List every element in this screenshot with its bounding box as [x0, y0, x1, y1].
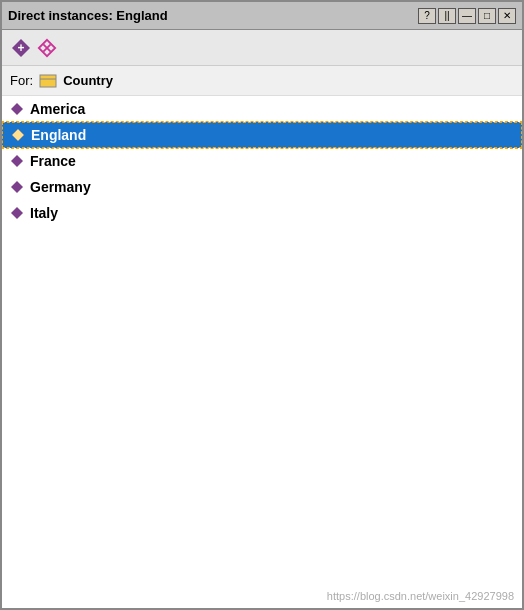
- for-bar: For: Country: [2, 66, 522, 96]
- svg-marker-7: [11, 103, 23, 115]
- instance-diamond-icon: [10, 180, 24, 194]
- delete-instance-button[interactable]: [36, 37, 58, 59]
- svg-marker-8: [12, 129, 24, 141]
- list-item[interactable]: England: [2, 122, 522, 148]
- watermark: https://blog.csdn.net/weixin_42927998: [327, 590, 514, 602]
- close-button[interactable]: ✕: [498, 8, 516, 24]
- minimize-button[interactable]: —: [458, 8, 476, 24]
- pause-button[interactable]: ||: [438, 8, 456, 24]
- toolbar: +: [2, 30, 522, 66]
- help-button[interactable]: ?: [418, 8, 436, 24]
- svg-rect-5: [40, 75, 56, 87]
- window-title: Direct instances: England: [8, 8, 168, 23]
- svg-text:+: +: [17, 41, 24, 55]
- list-item[interactable]: America: [2, 96, 522, 122]
- instance-diamond-icon: [10, 206, 24, 220]
- instance-diamond-icon: [10, 154, 24, 168]
- instance-label: France: [30, 153, 76, 169]
- svg-marker-10: [11, 181, 23, 193]
- instance-label: America: [30, 101, 85, 117]
- add-instance-button[interactable]: +: [10, 37, 32, 59]
- title-bar: Direct instances: England ? || — □ ✕: [2, 2, 522, 30]
- list-item[interactable]: Germany: [2, 174, 522, 200]
- instance-label: England: [31, 127, 86, 143]
- svg-marker-11: [11, 207, 23, 219]
- instance-label: Germany: [30, 179, 91, 195]
- list-item[interactable]: Italy: [2, 200, 522, 226]
- list-item[interactable]: France: [2, 148, 522, 174]
- instance-diamond-icon: [10, 102, 24, 116]
- instances-list: AmericaEnglandFranceGermanyItaly: [2, 96, 522, 608]
- for-label: For:: [10, 73, 33, 88]
- title-buttons: ? || — □ ✕: [418, 8, 516, 24]
- class-icon: [39, 74, 57, 88]
- instance-label: Italy: [30, 205, 58, 221]
- for-class-name: Country: [63, 73, 113, 88]
- svg-marker-9: [11, 155, 23, 167]
- instance-diamond-icon: [11, 128, 25, 142]
- maximize-button[interactable]: □: [478, 8, 496, 24]
